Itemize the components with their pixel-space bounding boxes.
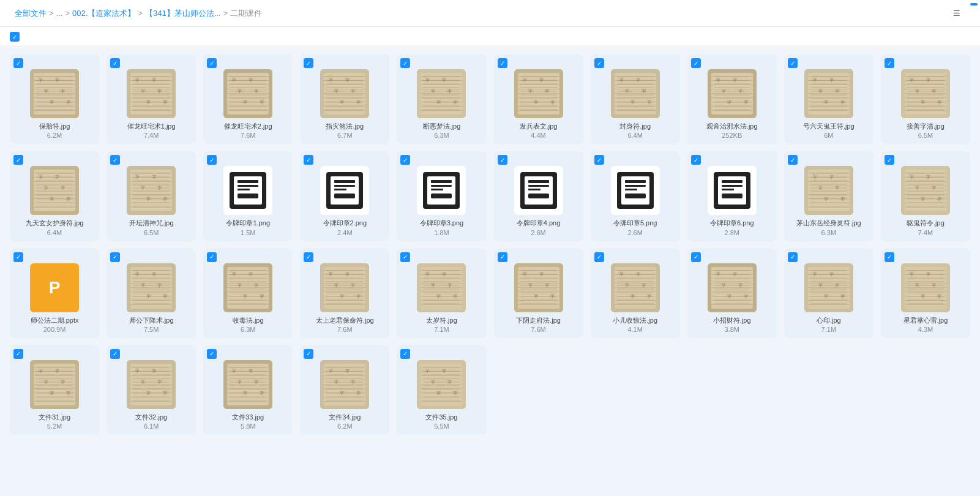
file-checkbox[interactable]: ✓ [110, 252, 120, 262]
file-checkbox[interactable]: ✓ [691, 58, 701, 68]
file-card[interactable]: ✓ 字字字字字字 太岁符.jpg7.1M [397, 249, 486, 338]
svg-text:字: 字 [66, 100, 71, 105]
file-checkbox[interactable]: ✓ [885, 58, 894, 68]
file-card[interactable]: ✓ 字字字字字字 指灾煞法.jpg6.7M [300, 54, 389, 144]
svg-rect-239 [528, 194, 549, 198]
file-card[interactable]: ✓ 字字字字字字 保胎符.jpg6.2M [10, 54, 99, 144]
file-size: 200.9M [43, 326, 66, 333]
file-checkbox[interactable]: ✓ [594, 58, 604, 68]
file-card[interactable]: ✓ 字字字字字字 开坛清神咒.jpg6.5M [107, 151, 196, 241]
svg-text:字: 字 [436, 391, 441, 395]
file-size: 7.6M [531, 326, 545, 333]
list-view-icon[interactable]: ☰ [953, 9, 960, 18]
file-card[interactable]: ✓ 字字字字字字 小儿收惊法.jpg4.1M [591, 249, 680, 338]
svg-text:字: 字 [937, 197, 942, 201]
file-checkbox[interactable]: ✓ [788, 58, 798, 68]
file-card[interactable]: ✓ 字字字字字字 观音治邪水法.jpg252KB [687, 54, 777, 144]
svg-text:字: 字 [66, 391, 71, 396]
file-checkbox[interactable]: ✓ [110, 58, 120, 68]
file-checkbox[interactable]: ✓ [13, 252, 23, 262]
file-checkbox[interactable]: ✓ [110, 349, 120, 359]
breadcrumb-dao[interactable]: 002.【道家法术】 [72, 8, 135, 19]
file-checkbox[interactable]: ✓ [691, 155, 701, 165]
file-card[interactable]: ✓ 字字字字字字 心印.jpg7.1M [784, 249, 873, 338]
file-card[interactable]: ✓ 字字字字字字 号六天鬼王符.jpg6M [784, 54, 873, 144]
file-card[interactable]: ✓ 字字字字字字 催龙旺宅术2.jpg7.6M [203, 54, 293, 144]
svg-rect-227 [334, 194, 355, 198]
file-card[interactable]: ✓P师公法二期.pptx200.9M [10, 249, 99, 338]
file-card[interactable]: ✓ 字字字字字字 下阴走府法.jpg7.6M [494, 249, 583, 338]
file-card[interactable]: ✓ 字字字字字字 九天玄女护身符.jpg6.4M [10, 151, 99, 241]
breadcrumb-ellipsis[interactable]: ... [56, 9, 63, 18]
paper-image: 字字字字字字 [708, 263, 757, 312]
file-card[interactable]: ✓ 字字字字字字 文件33.jpg5.8M [203, 345, 293, 435]
svg-text:字: 字 [66, 197, 71, 201]
file-card[interactable]: ✓ 字字字字字字 封身符.jpg6.4M [591, 54, 680, 144]
file-checkbox[interactable]: ✓ [498, 252, 507, 262]
breadcrumb-allfiles[interactable]: 全部文件 [15, 8, 47, 19]
file-checkbox[interactable]: ✓ [400, 155, 410, 165]
file-card[interactable]: ✓ 字字字字字字 小招财符.jpg3.8M [687, 249, 777, 338]
file-card[interactable]: ✓ 字字字字字字 收毒法.jpg6.3M [203, 249, 293, 338]
svg-text:字: 字 [141, 282, 145, 287]
svg-text:字: 字 [641, 89, 646, 94]
breadcrumb-341[interactable]: 【341】茅山师公法... [145, 8, 221, 19]
file-checkbox[interactable]: ✓ [788, 252, 798, 262]
file-checkbox[interactable]: ✓ [400, 349, 410, 359]
file-card[interactable]: ✓ 字字字字字字 断恶梦法.jpg6.3M [397, 54, 486, 144]
file-checkbox[interactable]: ✓ [207, 252, 217, 262]
file-card[interactable]: ✓ 令牌印章4.png2.6M [494, 151, 583, 241]
file-checkbox[interactable]: ✓ [594, 155, 604, 165]
file-checkbox[interactable]: ✓ [207, 58, 217, 68]
file-card[interactable]: ✓ 令牌印章1.png1.5M [203, 151, 293, 241]
file-card[interactable]: ✓ 令牌印章2.png2.4M [300, 151, 389, 241]
file-checkbox[interactable]: ✓ [110, 155, 120, 165]
file-checkbox[interactable]: ✓ [207, 349, 217, 359]
file-checkbox[interactable]: ✓ [885, 252, 894, 262]
svg-text:字: 字 [39, 369, 43, 373]
file-checkbox[interactable]: ✓ [498, 58, 507, 68]
paper-image: 字字字字字字 [127, 69, 176, 118]
file-checkbox[interactable]: ✓ [207, 155, 217, 165]
file-checkbox[interactable]: ✓ [498, 155, 507, 165]
file-card[interactable]: ✓ 字字字字字字 发兵表文.jpg4.4M [494, 54, 583, 144]
file-checkbox[interactable]: ✓ [304, 155, 313, 165]
file-card[interactable]: ✓ 字字字字字字 茅山东岳经身灵符.jpg6.3M [784, 151, 873, 241]
file-card[interactable]: ✓ 字字字字字字 接善字清.jpg6.5M [881, 54, 970, 144]
file-checkbox[interactable]: ✓ [13, 58, 23, 68]
file-card[interactable]: ✓ 字字字字字字 文件31.jpg5.2M [10, 345, 99, 435]
file-checkbox[interactable]: ✓ [304, 252, 313, 262]
file-checkbox[interactable]: ✓ [788, 155, 798, 165]
svg-text:字: 字 [813, 78, 817, 82]
file-card[interactable]: ✓ 字字字字字字 文件34.jpg6.2M [300, 345, 389, 435]
svg-text:字: 字 [818, 89, 823, 93]
file-card[interactable]: ✓ 令牌印章5.png2.6M [591, 151, 680, 241]
file-card[interactable]: ✓ 令牌印章6.png2.8M [687, 151, 777, 241]
file-size: 7.5M [144, 326, 159, 333]
file-checkbox[interactable]: ✓ [691, 252, 701, 262]
file-card[interactable]: ✓ 字字字字字字 星君掌心雷.jpg4.3M [881, 249, 970, 338]
svg-text:字: 字 [840, 197, 845, 201]
svg-text:字: 字 [44, 89, 48, 93]
file-checkbox[interactable]: ✓ [400, 58, 410, 68]
file-checkbox[interactable]: ✓ [304, 349, 313, 359]
file-checkbox[interactable]: ✓ [13, 155, 23, 165]
svg-text:字: 字 [453, 100, 458, 105]
file-card[interactable]: ✓ 字字字字字字 催龙旺宅术1.jpg7.4M [107, 54, 196, 144]
file-checkbox[interactable]: ✓ [304, 58, 313, 68]
file-card[interactable]: ✓ 字字字字字字 太上老君保命符.jpg7.6M [300, 249, 389, 338]
select-all-checkbox[interactable]: ✓ [10, 32, 20, 42]
file-name: 令牌印章2.png [323, 219, 367, 227]
svg-text:字: 字 [932, 186, 937, 190]
file-card[interactable]: ✓ 字字字字字字 师公下降术.jpg7.5M [107, 249, 196, 338]
file-card[interactable]: ✓ 字字字字字字 驱鬼符令.jpg7.4M [881, 151, 970, 241]
file-checkbox[interactable]: ✓ [594, 252, 604, 262]
file-card[interactable]: ✓ 令牌印章3.png1.8M [397, 151, 486, 241]
svg-rect-343 [421, 267, 462, 309]
file-card[interactable]: ✓ 字字字字字字 文件32.jpg6.1M [107, 345, 196, 435]
file-checkbox[interactable]: ✓ [13, 349, 23, 359]
file-checkbox[interactable]: ✓ [885, 155, 894, 165]
file-card[interactable]: ✓ 字字字字字字 文件35.jpg5.5M [397, 345, 486, 435]
file-checkbox[interactable]: ✓ [400, 252, 410, 262]
svg-text:字: 字 [356, 294, 361, 299]
